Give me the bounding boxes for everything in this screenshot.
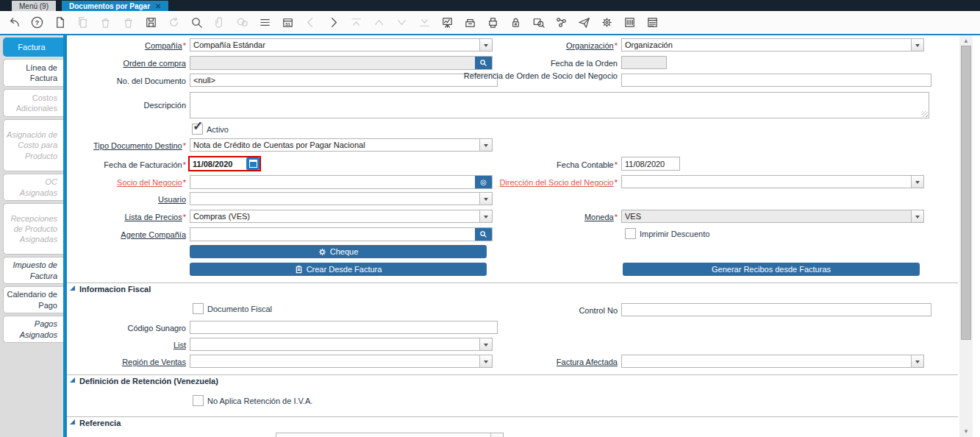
compania-label: Compañía* <box>44 40 186 51</box>
chevron-down-icon[interactable] <box>479 139 492 151</box>
direccion-socio-label: Dirección del Socio del Negocio* <box>448 177 618 188</box>
activo-checkbox[interactable]: ✓ <box>192 124 203 135</box>
preference-icon[interactable] <box>600 15 614 29</box>
new-record-icon[interactable] <box>53 15 67 29</box>
previous-record-icon[interactable] <box>304 15 318 29</box>
tab-documentos-por-pagar[interactable]: Documentos por Pagar ✕ <box>62 1 168 11</box>
cheque-button[interactable]: Cheque <box>190 245 487 258</box>
fecha-de-la-orden-field[interactable] <box>621 56 635 64</box>
sidebar-tab-impuesto-de-factura[interactable]: Impuesto de Factura <box>3 257 63 284</box>
close-icon[interactable]: ✕ <box>155 2 161 10</box>
chevron-down-icon[interactable] <box>479 193 492 205</box>
grid-toggle-icon[interactable] <box>258 15 272 29</box>
delete-record-icon[interactable] <box>99 15 112 29</box>
sidebar-tab-calendario-de-pago[interactable]: Calendario de Pago <box>3 286 63 313</box>
descripcion-textarea[interactable] <box>190 92 929 118</box>
refresh-icon[interactable] <box>167 15 181 29</box>
generar-recibos-button[interactable]: Generar Recibos desde Facturas <box>623 263 920 276</box>
send-icon[interactable] <box>577 15 591 29</box>
save-icon[interactable] <box>144 15 158 29</box>
lock-icon[interactable] <box>509 15 523 29</box>
archive-icon[interactable] <box>463 15 477 29</box>
collapse-triangle-icon[interactable] <box>70 285 75 291</box>
workflow-icon[interactable] <box>554 15 568 29</box>
resize-handle[interactable] <box>922 111 928 117</box>
moneda-label: Moneda* <box>448 212 618 222</box>
retencion-header[interactable]: Definición de Retención (Venezuela) <box>79 377 218 386</box>
documento-fiscal-label: Documento Fiscal <box>207 305 272 313</box>
list-select[interactable] <box>190 338 493 351</box>
collapse-triangle-icon[interactable] <box>70 377 75 383</box>
referencia-orden-input[interactable] <box>621 74 931 87</box>
region-ventas-select[interactable] <box>190 355 493 368</box>
tipo-documento-select[interactable]: Nota de Crédito de Cuentas por Pagar Nac… <box>190 138 493 152</box>
print-icon[interactable] <box>486 15 500 29</box>
orden-de-compra-field[interactable] <box>190 56 493 70</box>
compania-select[interactable]: Compañía Estándar <box>190 38 493 51</box>
direccion-socio-select[interactable] <box>621 175 924 188</box>
sidebar-tab-recepciones-producto: Recepciones de Producto Asignadas <box>3 203 63 255</box>
control-no-input[interactable] <box>621 303 931 316</box>
documento-fiscal-checkbox[interactable] <box>193 303 204 314</box>
chevron-down-icon[interactable] <box>911 176 923 188</box>
svg-text:31: 31 <box>285 21 290 26</box>
undo-icon[interactable] <box>7 15 21 29</box>
codigo-sunagro-input[interactable] <box>190 321 498 334</box>
delete-selection-icon[interactable] <box>121 15 135 29</box>
chevron-down-icon[interactable] <box>479 338 492 350</box>
attachment-icon[interactable] <box>212 15 226 29</box>
no-aplica-retencion-row: No Aplica Retención de I.V.A. <box>193 395 312 406</box>
factura-afectada-select[interactable] <box>621 355 924 368</box>
parent-record-icon[interactable] <box>372 15 386 29</box>
no-aplica-retencion-checkbox[interactable] <box>193 395 204 406</box>
collapse-triangle-icon[interactable] <box>70 419 75 424</box>
tipo-documento-label: Tipo Documento Destino* <box>44 141 186 151</box>
report-window-icon[interactable] <box>645 15 659 29</box>
agente-field[interactable] <box>190 227 493 241</box>
chat-icon[interactable] <box>235 15 249 29</box>
last-record-icon[interactable] <box>418 15 432 29</box>
chevron-down-icon[interactable] <box>911 355 923 367</box>
fecha-facturacion-highlight: 11/08/2020 <box>188 156 261 171</box>
help-icon[interactable]: ? <box>30 15 44 29</box>
referencia-partial-field[interactable] <box>276 433 504 437</box>
toolbar: ? 31 <box>0 11 980 35</box>
control-no-label: Control No <box>448 305 618 316</box>
scroll-down-icon[interactable]: ▼ <box>959 428 973 435</box>
chevron-down-icon <box>911 210 923 222</box>
fecha-facturacion-label: Fecha de Facturación* <box>44 160 186 170</box>
referencia-header[interactable]: Referencia <box>79 419 121 427</box>
scroll-up-icon[interactable]: ▲ <box>959 38 973 44</box>
lista-precios-select[interactable]: Compras (VES) <box>190 210 493 223</box>
chevron-down-icon[interactable] <box>911 39 923 51</box>
svg-text:?: ? <box>35 18 40 26</box>
crear-desde-factura-button[interactable]: Crear Desde Factura <box>190 263 487 276</box>
vertical-scrollbar[interactable]: ▲ ▼ <box>959 35 973 437</box>
tab-menu[interactable]: Menú (9) <box>12 1 56 11</box>
copy-record-icon[interactable] <box>76 15 90 29</box>
organizacion-select[interactable]: Organización <box>621 38 924 51</box>
calendar-icon[interactable]: 31 <box>281 15 295 29</box>
detail-record-icon[interactable] <box>395 15 409 29</box>
calendar-picker-icon[interactable] <box>246 157 260 170</box>
scrollbar-thumb[interactable] <box>961 46 971 340</box>
zoom-across-icon[interactable] <box>532 15 546 29</box>
find-icon[interactable] <box>190 15 204 29</box>
socio-negocio-field[interactable]: ◎ <box>190 175 493 189</box>
report-icon[interactable] <box>440 15 454 29</box>
chevron-down-icon[interactable] <box>490 433 503 437</box>
region-ventas-label: Región de Ventas <box>44 357 186 367</box>
first-record-icon[interactable] <box>349 15 363 29</box>
product-info-icon[interactable] <box>623 15 637 29</box>
informacion-fiscal-header[interactable]: Informacion Fiscal <box>79 285 151 294</box>
no-aplica-retencion-label: No Aplica Retención de I.V.A. <box>207 397 312 405</box>
usuario-select[interactable] <box>190 192 493 205</box>
factura-afectada-label: Factura Afectada <box>448 357 618 367</box>
next-record-icon[interactable] <box>326 15 340 29</box>
fecha-facturacion-input[interactable]: 11/08/2020 <box>190 157 246 170</box>
agente-label: Agente Compañía <box>44 230 186 240</box>
fecha-contable-field[interactable]: 11/08/2020 <box>621 157 635 165</box>
window-tab-bar: Menú (9) Documentos por Pagar ✕ <box>0 0 980 11</box>
imprimir-descuento-checkbox[interactable] <box>625 228 636 239</box>
lookup-icon[interactable] <box>475 227 492 241</box>
